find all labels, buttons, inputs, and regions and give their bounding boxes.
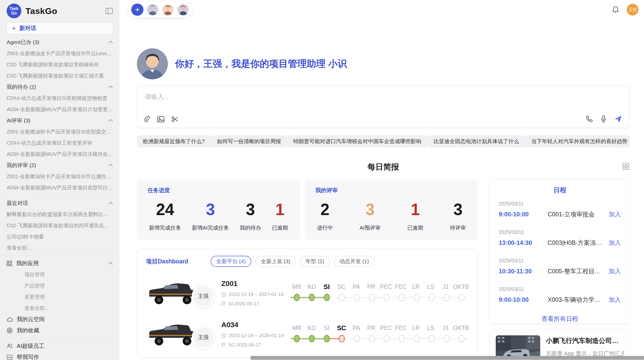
milestone-dot — [414, 335, 420, 342]
sidebar-item-ai-staff[interactable]: AI超级员工 — [7, 343, 113, 349]
schedule-view-all[interactable]: 查看所有日程 — [499, 310, 621, 325]
dashboard-tab[interactable]: 动总开发 (1) — [334, 256, 375, 267]
schedule-event: 2025/03/11 13:00-14:30 C003|H0B-方案冻结评审 加… — [499, 224, 621, 253]
divider — [0, 255, 120, 255]
dashboard-tab[interactable]: 年型 (2) — [300, 256, 330, 267]
recent-chats-list: 解释最新出台的欧盟报废车法规再生塑料比例被调至15%...C02-飞腾新能源轻客… — [7, 211, 113, 240]
chevron-up-icon[interactable] — [108, 119, 113, 122]
user-avatar[interactable]: 王强 — [627, 4, 638, 16]
attachment-icon[interactable] — [144, 116, 150, 123]
schedule-list: 2025/03/11 9:00-10:00 C001-立项审批会 加入 2025… — [499, 196, 621, 310]
chevron-up-icon[interactable] — [108, 262, 113, 265]
event-join-link[interactable]: 加入 — [609, 239, 621, 247]
suggestion-chip[interactable]: 欧洲新规最近颁布了什么? — [137, 135, 211, 147]
project-row[interactable]: 王强 A034 2023-12-19 ~ 2026-01-19 SC-2025-… — [146, 319, 469, 349]
milestone-label: FEC — [393, 324, 408, 332]
chevron-up-icon[interactable] — [108, 41, 113, 43]
event-join-link[interactable]: 加入 — [609, 210, 621, 218]
topbar-right: 王强 — [612, 4, 638, 16]
chevron-up-icon[interactable] — [108, 86, 113, 88]
app-item[interactable]: 产品管理 — [24, 283, 113, 289]
recent-chat-item[interactable]: C02-飞腾新能源轻客改款项目的闭环通告反馈情况 — [7, 222, 113, 229]
sidebar-item[interactable]: A034-全新新能源MUV产品开发项目造型可行性评审 — [7, 185, 113, 191]
section-agent-done[interactable]: Agent已办 (3) — [7, 39, 113, 45]
section-my-todo[interactable]: 我的待办 (2) — [7, 84, 113, 90]
event-date: 2025/03/11 — [499, 229, 621, 235]
add-member-button[interactable]: + — [131, 4, 143, 16]
milestone-dot — [429, 335, 435, 342]
sidebar-item[interactable]: C02-飞腾新能源轻客改款项目立项汇报方案 — [7, 73, 113, 79]
milestone-dot — [339, 294, 345, 301]
milestone-dot — [294, 335, 300, 342]
send-icon[interactable] — [614, 115, 622, 123]
sidebar-collapse-icon[interactable] — [105, 7, 113, 14]
new-chat-button[interactable]: + 新对话 — [7, 22, 113, 34]
event-join-link[interactable]: 加入 — [609, 296, 621, 304]
card-title: 任务进度 — [148, 187, 289, 194]
milestone-label: LR — [408, 324, 423, 332]
scissors-icon[interactable] — [171, 116, 179, 123]
chevron-up-icon[interactable] — [108, 202, 113, 204]
plus-icon: + — [135, 5, 140, 14]
stat-label: AI预评审 — [360, 224, 381, 231]
sidebar-item[interactable]: A034-全新新能源MUV产品开发项目法规符合性评审 — [7, 151, 113, 157]
dashboard-title: 项目Dashboard — [146, 258, 188, 265]
sidebar-item[interactable]: Z001-全新燃油皮卡产品开发项目SI节点Lesson Learn报告 — [7, 50, 113, 56]
event-join-link[interactable]: 加入 — [609, 267, 621, 275]
milestone-label: OKTB — [453, 283, 469, 291]
section-my-review[interactable]: 我的评审 (2) — [7, 162, 113, 168]
section-my-apps[interactable]: 我的应用 — [7, 260, 113, 266]
project-row[interactable]: 王强 Z001 2023-12-19 ~ 2027-01-19 SI-2025-… — [146, 278, 469, 308]
avatar[interactable] — [162, 4, 174, 16]
sidebar-item-favorites[interactable]: 我的收藏 — [7, 327, 113, 334]
recent-chat-item[interactable]: 公司Q3轻卡销量 — [7, 234, 113, 240]
recent-chat-item[interactable]: 解释最新出台的欧盟报废车法规再生塑料比例被调至15%... — [7, 211, 113, 217]
flag-icon — [221, 343, 226, 348]
dashboard-tab[interactable]: 全新平台 (4) — [211, 256, 251, 267]
app-item[interactable]: 变更管理 — [24, 294, 113, 300]
mic-icon[interactable] — [601, 115, 607, 123]
suggestion-chip[interactable]: 如何写一份清晰的项目周报 — [211, 135, 287, 147]
phone-icon[interactable] — [586, 115, 593, 123]
sidebar-item[interactable]: A034-全新新能源MUV产品开发项目计划变更表编写 — [7, 106, 113, 112]
suggestion-chip[interactable]: 特朗普可能对进口汽车增税会对中国车企造成哪些影响 — [287, 135, 428, 147]
avatar[interactable] — [147, 4, 159, 16]
milestone-dot — [429, 294, 435, 301]
suggestion-chips: 欧洲新规最近颁布了什么?如何写一份清晰的项目周报特朗普可能对进口汽车增税会对中国… — [137, 135, 630, 147]
layout-grid-icon[interactable] — [622, 163, 630, 170]
sidebar-item[interactable]: Z001-全新燃油轻卡产品开发项目SI节点属性5D文件评审 — [7, 173, 113, 179]
suggestion-chip[interactable]: 比亚迪全固态电池计划具体说了什么 — [428, 135, 525, 147]
avatar[interactable] — [177, 4, 189, 16]
section-title: 我的评审 (2) — [7, 162, 36, 168]
apps-view-all[interactable]: 查看全部... — [24, 305, 113, 311]
dashboard-tab[interactable]: 全新上装 (3) — [255, 256, 296, 267]
owner-badge: 王强 — [192, 285, 215, 308]
chat-input[interactable] — [145, 93, 619, 100]
sidebar-item[interactable]: C0X4-动力总成开发项目SI里程碑提交物检查 — [7, 95, 113, 101]
clock-icon — [221, 333, 226, 338]
stat: 2 进行中 — [317, 201, 333, 231]
news-card[interactable]: 小鹏飞行汽车制造公司增资 天眼查 App 显示，近日广州汇天飞行汽... — [490, 330, 630, 360]
sidebar-item-help-write[interactable]: 帮我写作 — [7, 354, 113, 360]
stat-label: 新增完成任务 — [149, 224, 181, 231]
sidebar-item[interactable]: C0X4-动力总成开发项目工程变更评审 — [7, 140, 113, 146]
app-item[interactable]: 项目管理 — [24, 272, 113, 278]
horizontal-scrollbar[interactable] — [250, 356, 644, 360]
event-name: C001-立项审批会 — [548, 210, 605, 218]
milestone-label: LS — [423, 324, 438, 332]
sidebar-item[interactable]: C02-飞腾新能源轻客改款项目里程碑画布 — [7, 62, 113, 68]
chevron-up-icon[interactable] — [108, 164, 113, 167]
section-ai-review[interactable]: AI评审 (3) — [7, 117, 113, 124]
notification-bell-icon[interactable] — [612, 6, 619, 13]
milestone-dot — [384, 335, 390, 342]
image-icon[interactable] — [157, 116, 165, 123]
cloud-icon — [7, 317, 13, 322]
milestone-label: PA — [349, 283, 364, 291]
suggestion-chip[interactable]: 当下年轻人对汽车外观有怎样的喜好趋势 — [525, 135, 630, 147]
sidebar-item[interactable]: Z001-全新燃油轻卡产品开发项目SI造型提交物评审 — [7, 129, 113, 135]
recent-view-all[interactable]: 查看全部... — [7, 245, 113, 251]
schedule-event: 2025/03/11 9:00-10:00 X003-车辆动力学性能验... 加… — [499, 281, 621, 310]
sidebar-item-cloud-space[interactable]: 我的云空间 — [7, 316, 113, 322]
section-recent-chats[interactable]: 最近对话 — [7, 200, 113, 206]
stat-label: 我的待办 — [240, 224, 261, 231]
